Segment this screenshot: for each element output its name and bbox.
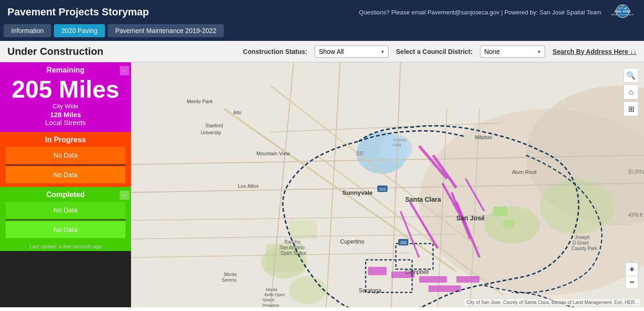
svg-text:Stanford: Stanford (205, 123, 223, 128)
remaining-miles-number: 205 Miles (6, 76, 125, 103)
council-district-wrapper: None District 1 District 2 District 3 ▼ (480, 46, 545, 58)
completed-divider (6, 219, 125, 220)
nav-tabs: Information 2020 Paving Pavement Mainten… (0, 24, 644, 41)
search-address-button[interactable]: Search By Address Here ↓↓ (552, 48, 637, 55)
svg-text:Sunnyvale: Sunnyvale (342, 189, 373, 196)
svg-text:Joseph: Joseph (575, 235, 590, 240)
svg-point-14 (289, 276, 326, 304)
svg-text:County: County (394, 138, 407, 142)
svg-text:101: 101 (379, 187, 386, 192)
map-search-btn[interactable]: 🔍 (624, 68, 638, 83)
completed-block2[interactable]: No Data (6, 221, 125, 238)
toolbar: Under Construction Construction Status: … (0, 41, 644, 62)
svg-text:CAPITAL OF SILICON VALLEY: CAPITAL OF SILICON VALLEY (611, 14, 634, 16)
svg-rect-41 (419, 276, 447, 283)
svg-rect-43 (456, 276, 480, 283)
svg-text:4376 ft: 4376 ft (628, 212, 643, 218)
construction-status-wrapper: Show All Under Construction Completed In… (315, 46, 388, 58)
svg-text:Monte: Monte (224, 272, 237, 277)
svg-text:University: University (201, 130, 221, 135)
svg-text:Milpitas: Milpitas (475, 134, 493, 140)
svg-text:Preserve: Preserve (263, 303, 279, 307)
map-controls: 🔍 ⌂ ⊞ (624, 68, 638, 116)
remaining-collapse-btn[interactable]: − (120, 66, 129, 75)
map-attribution: City of San Jose, County of Santa Clara,… (465, 299, 640, 305)
council-district-label: Select a Council District: (396, 48, 473, 55)
svg-text:Saratoga: Saratoga (359, 287, 381, 294)
svg-text:Mountain View: Mountain View (256, 151, 290, 156)
svg-text:San Antonio: San Antonio (280, 245, 305, 250)
completed-section: − Completed No Data No Data (0, 187, 131, 242)
last-update: Last update: a few seconds ago (0, 242, 131, 251)
page-title: Under Construction (7, 46, 236, 58)
zoom-out-btn[interactable]: − (625, 276, 638, 289)
in-progress-block2[interactable]: No Data (6, 166, 125, 183)
svg-text:Space: Space (263, 298, 275, 302)
sidebar: − Remaining 205 Miles City Wide 128 Mile… (0, 62, 131, 307)
remaining-miles-sub: 128 Miles (6, 111, 125, 119)
remaining-local-streets: Local Streets (6, 119, 125, 126)
main-content: − Remaining 205 Miles City Wide 128 Mile… (0, 62, 644, 307)
in-progress-block1[interactable]: No Data (6, 147, 125, 164)
map-layers-btn[interactable]: ⊞ (624, 101, 638, 116)
svg-text:BURNT HILLS: BURNT HILLS (628, 169, 644, 175)
in-progress-title: In Progress (6, 136, 125, 144)
svg-text:Alto: Alto (233, 110, 242, 115)
in-progress-section: In Progress No Data No Data (0, 132, 131, 187)
svg-rect-39 (368, 267, 387, 275)
map-home-btn[interactable]: ⌂ (624, 85, 638, 99)
remaining-citywide-label: City Wide (6, 103, 125, 110)
zoom-controls: + − (625, 263, 638, 289)
svg-text:Sereno: Sereno (222, 278, 237, 283)
svg-text:Alum Rock: Alum Rock (512, 169, 537, 175)
completed-block1[interactable]: No Data (6, 202, 125, 218)
svg-rect-42 (428, 285, 461, 292)
svg-text:280: 280 (400, 240, 407, 245)
svg-text:237: 237 (356, 151, 364, 156)
in-progress-divider (6, 165, 125, 165)
svg-text:County Park: County Park (572, 246, 598, 251)
tab-pavement-maintenance[interactable]: Pavement Maintenance 2019-2022 (108, 24, 224, 37)
remaining-title: Remaining (6, 66, 125, 74)
completed-collapse-btn[interactable]: − (120, 191, 129, 200)
svg-text:Rancho: Rancho (284, 239, 301, 245)
construction-status-select[interactable]: Show All Under Construction Completed In… (315, 46, 388, 58)
city-logo: CITY OF SAN JOSE CAPITAL OF SILICON VALL… (609, 2, 637, 22)
svg-text:Open Space: Open Space (281, 251, 307, 256)
svg-text:Bello Open: Bello Open (264, 292, 285, 297)
map-container[interactable]: Menlo Park Alto Stanford University Moun… (131, 62, 644, 307)
svg-text:Menlo Park: Menlo Park (187, 99, 213, 104)
svg-text:Campbell: Campbell (405, 269, 429, 275)
zoom-in-btn[interactable]: + (625, 263, 638, 276)
remaining-section: − Remaining 205 Miles City Wide 128 Mile… (0, 62, 131, 132)
completed-title: Completed (6, 191, 125, 199)
svg-text:Cupertino: Cupertino (340, 238, 364, 245)
svg-text:San José: San José (456, 214, 485, 222)
map-svg: Menlo Park Alto Stanford University Moun… (131, 62, 644, 307)
tab-2020-paving[interactable]: 2020 Paving (54, 24, 105, 37)
app-header: Pavement Projects Storymap Questions? Pl… (0, 0, 644, 24)
svg-text:Park: Park (393, 143, 401, 147)
construction-status-label: Construction Status: (243, 48, 307, 55)
svg-text:Santa Clara: Santa Clara (405, 196, 441, 203)
council-district-select[interactable]: None District 1 District 2 District 3 (480, 46, 545, 58)
svg-text:SAN JOSE: SAN JOSE (614, 10, 631, 13)
svg-text:Monte: Monte (266, 287, 277, 292)
svg-text:Los Altos: Los Altos (238, 183, 259, 189)
svg-rect-47 (503, 220, 514, 227)
app-title: Pavement Projects Storymap (7, 6, 359, 18)
svg-text:D Grant: D Grant (572, 240, 589, 245)
tab-information[interactable]: Information (4, 24, 51, 37)
header-subtitle: Questions? Please email Pavement@sanjose… (359, 9, 601, 16)
svg-rect-46 (493, 206, 507, 216)
